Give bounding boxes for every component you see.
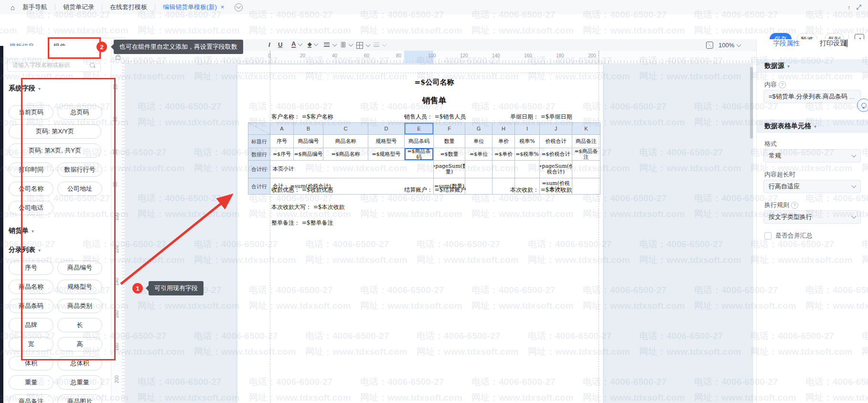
help-icon[interactable]: ? (791, 202, 798, 209)
field-button[interactable]: 长 (57, 318, 102, 332)
total-cell[interactable] (465, 161, 493, 178)
tab-print-settings[interactable]: 打印设置 (820, 39, 847, 47)
total-cell[interactable] (572, 178, 600, 195)
template-page[interactable]: =$公司名称 销售单 客户名称： =$客户名称销售人员： =$销售人员单据日期：… (237, 65, 603, 403)
data-cell[interactable]: =$价税合计 (540, 148, 572, 161)
column-header-J[interactable]: J (540, 123, 572, 135)
doc-info-field[interactable]: 销售人员： =$销售人员 (404, 113, 466, 121)
header-cell[interactable]: 单价 (493, 135, 515, 148)
top-tab-2[interactable]: 销货单记录 (55, 3, 102, 11)
row-label[interactable]: 合计行 (248, 161, 270, 178)
header-cell[interactable]: 序号 (270, 135, 294, 148)
fit-screen-icon[interactable]: ⋱ (706, 42, 713, 49)
total-cell[interactable] (572, 161, 600, 178)
horizontal-align-icon[interactable] (324, 43, 336, 47)
company-name-field[interactable]: =$公司名称 (270, 78, 599, 87)
field-button[interactable]: 当前页码 (9, 105, 54, 120)
fullscreen-icon[interactable]: ⤢ (857, 3, 861, 11)
data-cell[interactable]: =$数量 (434, 148, 465, 161)
italic-icon[interactable]: I (268, 41, 270, 48)
field-button[interactable]: 重量 (9, 375, 54, 390)
format-select[interactable]: 常规 (763, 149, 861, 163)
column-header-I[interactable]: I (515, 123, 540, 135)
field-button[interactable]: 总重量 (57, 375, 102, 390)
cell-section-header[interactable]: 数据表格单元格▾ (757, 120, 868, 133)
data-cell[interactable]: =$单位 (465, 148, 493, 161)
column-header-A[interactable]: A (270, 123, 294, 135)
total-cell[interactable] (515, 161, 540, 178)
field-button[interactable]: 商品条码 (9, 299, 54, 313)
field-button[interactable]: 公司地址 (57, 182, 102, 196)
field-search-input[interactable]: 请输入字段名称或标识 (7, 59, 101, 72)
datasource-section-header[interactable]: 数据源▾ (757, 59, 868, 73)
fill-color-icon[interactable]: ◆ (308, 41, 318, 48)
font-color-icon[interactable]: A (291, 41, 302, 48)
field-button[interactable]: 品牌 (9, 318, 54, 332)
row-label[interactable]: 合计行 (248, 178, 270, 195)
field-button[interactable]: 体积 (9, 356, 54, 370)
data-cell[interactable]: =$规格型号 (368, 148, 405, 161)
data-cell[interactable]: =$序号 (270, 148, 294, 161)
doc-footer-field[interactable]: 本次收款： =$本次收款 (510, 186, 572, 194)
section-title-1[interactable]: 系统字段▾ (9, 84, 41, 93)
assistant-lightbulb-button[interactable] (857, 98, 868, 112)
header-cell[interactable]: 商品备注 (572, 135, 600, 148)
total-cell[interactable] (465, 178, 493, 195)
column-header-K[interactable]: K (572, 123, 600, 135)
collapse-panel-icon[interactable] (847, 39, 847, 47)
total-cell[interactable]: =pageSum(数量) (434, 161, 465, 178)
data-cell[interactable]: =$商品条码 (405, 148, 434, 161)
row-label[interactable]: 数据行 (248, 148, 270, 161)
data-cell[interactable]: =$商品备注 (572, 148, 600, 161)
scroll-top-icon[interactable]: ↑ (847, 4, 851, 11)
data-cell[interactable]: =$商品编号 (294, 148, 323, 161)
header-cell[interactable]: 价税合计 (540, 135, 572, 148)
field-button[interactable]: 宽 (9, 337, 54, 351)
top-tab-4[interactable]: 编辑销货单模板(新)× (155, 3, 232, 11)
data-cell[interactable]: =$商品名称 (323, 148, 368, 161)
underline-icon[interactable]: U (278, 41, 282, 48)
header-cell[interactable]: 数量 (434, 135, 465, 148)
column-header-E[interactable]: E (405, 123, 434, 135)
overflow-select[interactable]: 行高自适应 (763, 180, 861, 193)
align-objects-icon[interactable] (374, 43, 386, 47)
header-cell[interactable]: 规格型号 (368, 135, 405, 148)
column-header-D[interactable]: D (368, 123, 405, 135)
field-button[interactable]: 高 (57, 337, 102, 351)
doc-footer-field[interactable]: 本次收款大写： =$本次收款 (271, 203, 345, 211)
document-title[interactable]: 销售单 (270, 95, 599, 106)
field-button[interactable]: 规格型号 (57, 280, 102, 294)
total-cell[interactable]: =pageSum(价税合计) (540, 161, 572, 178)
column-header-F[interactable]: F (434, 123, 465, 135)
total-cell[interactable] (493, 161, 515, 178)
doc-info-field[interactable]: 单据日期： =$单据日期 (510, 113, 572, 121)
header-cell[interactable]: 商品名称 (323, 135, 368, 148)
canvas-scrollbar[interactable] (750, 67, 753, 139)
field-button[interactable]: 商品备注 (9, 394, 54, 403)
wrap-rule-select[interactable]: 按文字类型换行 (763, 210, 861, 224)
column-header-G[interactable]: G (465, 123, 493, 135)
row-label[interactable]: 标题行 (248, 135, 270, 148)
field-button[interactable]: 商品图片 (57, 394, 102, 403)
field-button[interactable]: 商品编号 (57, 261, 102, 275)
doc-info-field[interactable]: 客户名称： =$客户名称 (271, 113, 333, 121)
help-icon[interactable]: ? (779, 81, 786, 88)
top-tab-3[interactable]: 在线套打模板 (102, 3, 155, 11)
column-header-H[interactable]: H (493, 123, 515, 135)
field-button[interactable]: 商品类别 (57, 299, 102, 313)
merge-summary-checkbox[interactable]: 是否合并汇总 (764, 231, 813, 240)
section-title-2[interactable]: 销货单▾ (9, 227, 34, 235)
header-cell[interactable]: 商品条码 (405, 135, 434, 148)
doc-footer-field[interactable]: 收款优惠： =$收款优惠 (271, 186, 333, 194)
field-button[interactable]: 打印时间 (9, 163, 54, 177)
field-button[interactable]: 总页码 (57, 105, 102, 120)
total-merged-cell[interactable]: 本页小计 (270, 161, 434, 178)
header-cell[interactable]: 税率% (515, 135, 540, 148)
header-cell[interactable]: 商品编号 (294, 135, 323, 148)
field-button[interactable]: 页码: 第X/Y页 (9, 124, 101, 139)
content-input[interactable]: =$销货单.分录列表.商品条码… (763, 90, 861, 103)
borders-icon[interactable] (356, 42, 370, 49)
tab-field-properties[interactable]: 字段属性 (773, 39, 800, 47)
field-button[interactable]: 商品名称 (9, 280, 54, 294)
vertical-align-icon[interactable] (340, 43, 353, 47)
